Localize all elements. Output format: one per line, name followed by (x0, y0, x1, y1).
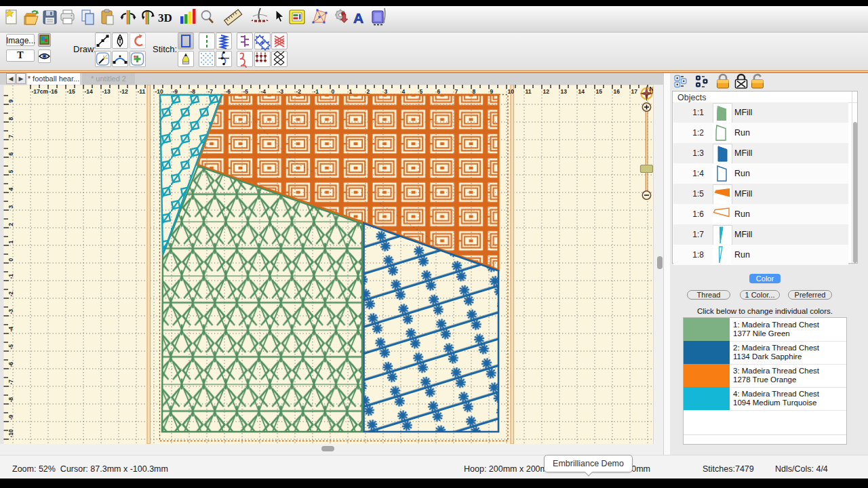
svg-text:5: 5 (7, 170, 14, 174)
svg-text:-15: -15 (67, 88, 76, 95)
svg-text:6: 6 (7, 152, 14, 156)
svg-text:9: 9 (7, 100, 14, 103)
svg-text:-1: -1 (7, 274, 14, 279)
svg-text:2: 2 (367, 88, 370, 95)
svg-text:9: 9 (490, 88, 494, 95)
svg-text:-8: -8 (7, 397, 14, 403)
svg-text:8: 8 (473, 88, 476, 95)
svg-text:7: 7 (455, 88, 458, 95)
svg-text:2: 2 (7, 223, 14, 226)
svg-text:8: 8 (7, 117, 14, 121)
svg-text:-6: -6 (226, 88, 231, 95)
svg-text:-3: -3 (7, 309, 14, 314)
svg-text:-12: -12 (120, 88, 129, 95)
svg-text:-10: -10 (155, 88, 164, 95)
svg-text:11: 11 (526, 88, 532, 95)
svg-text:-17cm: -17cm (32, 88, 49, 95)
svg-text:7: 7 (7, 135, 14, 138)
svg-text:-9: -9 (173, 88, 178, 95)
svg-text:17: 17 (631, 88, 638, 95)
svg-text:-7: -7 (7, 380, 14, 385)
svg-text:-13: -13 (102, 88, 111, 95)
svg-text:-8: -8 (191, 88, 196, 95)
svg-text:14: 14 (578, 88, 585, 95)
svg-text:-4: -4 (261, 88, 267, 95)
svg-text:10: 10 (508, 88, 515, 95)
svg-text:-4: -4 (7, 327, 14, 332)
svg-text:0: 0 (7, 258, 14, 262)
svg-text:3: 3 (384, 88, 388, 95)
svg-text:-7: -7 (208, 88, 214, 95)
svg-text:-9: -9 (7, 415, 14, 420)
svg-text:-10: -10 (7, 429, 14, 438)
svg-text:-16: -16 (50, 88, 58, 95)
svg-text:-1: -1 (314, 88, 319, 95)
svg-text:1: 1 (7, 241, 14, 244)
svg-text:0: 0 (332, 88, 335, 95)
svg-text:12: 12 (543, 88, 550, 95)
svg-text:-3: -3 (279, 88, 284, 95)
svg-text:1: 1 (349, 88, 353, 95)
svg-text:4: 4 (7, 188, 14, 191)
svg-text:-6: -6 (7, 362, 14, 367)
svg-text:5: 5 (420, 88, 423, 95)
svg-text:6: 6 (437, 88, 441, 95)
svg-text:-14: -14 (85, 88, 94, 95)
svg-text:13: 13 (561, 88, 568, 95)
svg-text:16: 16 (614, 88, 620, 95)
svg-text:-11: -11 (138, 88, 146, 95)
svg-text:3D: 3D (158, 12, 172, 24)
svg-text:4: 4 (402, 88, 406, 95)
svg-text:-5: -5 (243, 88, 249, 95)
svg-text:-2: -2 (7, 291, 14, 297)
svg-text:A: A (353, 10, 363, 26)
svg-text:-2: -2 (296, 88, 302, 95)
svg-text:15: 15 (596, 88, 603, 95)
svg-text:3: 3 (7, 205, 14, 209)
svg-text:-5: -5 (7, 344, 14, 350)
